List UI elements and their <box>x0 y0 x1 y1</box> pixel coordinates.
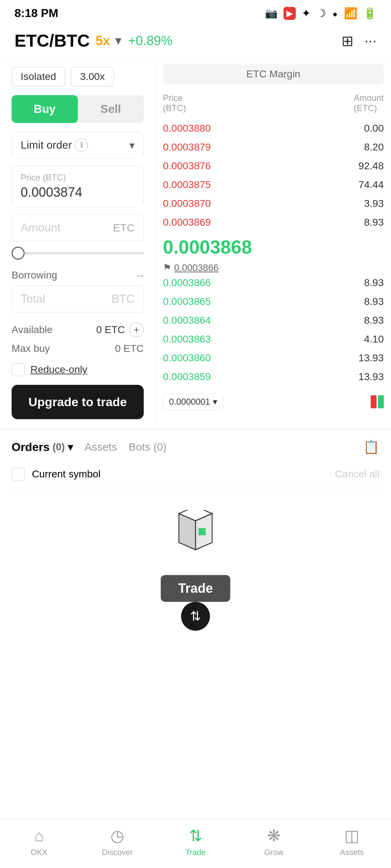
reduce-only-label: Reduce-only <box>30 364 87 375</box>
orders-tabs: Orders (0) ▾ Assets Bots (0) 📋 <box>12 439 379 455</box>
precision-selector[interactable]: 0.0000001 ▾ <box>163 393 223 410</box>
trade-panel: Isolated 3.00x Buy Sell Limit order ℹ ▾ … <box>0 58 156 428</box>
table-row: 0.0003879 8.20 <box>163 138 384 157</box>
nav-label-okx: OKX <box>31 848 47 857</box>
home-icon: ⌂ <box>34 827 44 845</box>
price-value: 0.0003874 <box>21 185 135 200</box>
depth-chart-icon[interactable] <box>371 395 384 408</box>
more-options-icon[interactable]: ··· <box>365 33 377 49</box>
orderbook-headers: Price(BTC) Amount(ETC) <box>163 90 384 116</box>
orders-dropdown-icon[interactable]: ▾ <box>68 441 73 453</box>
price-col-header: Price(BTC) <box>163 93 186 113</box>
sell-amount: 0.00 <box>364 123 384 134</box>
buy-amount: 8.93 <box>364 277 384 289</box>
leverage-badge[interactable]: 3.00x <box>71 67 114 86</box>
order-type-selector[interactable]: Limit order ℹ ▾ <box>12 132 144 158</box>
depth-red-bar <box>371 395 377 408</box>
camera-icon: 📷 <box>265 7 278 19</box>
trade-cube-icon <box>163 510 228 575</box>
orders-settings-icon[interactable]: 📋 <box>363 439 379 455</box>
tab-orders[interactable]: Orders (0) ▾ <box>12 441 73 454</box>
reduce-only-checkbox[interactable] <box>12 363 25 376</box>
table-row: 0.0003876 92.48 <box>163 157 384 175</box>
nav-item-discover[interactable]: ◷ Discover <box>78 819 156 861</box>
trade-popup-label: Trade <box>161 575 230 602</box>
buy-amount: 8.93 <box>364 296 384 307</box>
orders-count: (0) <box>52 441 65 453</box>
flag-icon: ⚑ <box>163 262 171 273</box>
maxbuy-label: Max buy <box>12 343 50 354</box>
amount-currency: ETC <box>113 222 135 234</box>
symbol-label[interactable]: ETC/BTC <box>14 31 90 51</box>
order-type-dropdown-icon[interactable]: ▾ <box>129 139 135 152</box>
precision-value: 0.0000001 <box>169 397 210 407</box>
sell-orders: 0.0003880 0.00 0.0003879 8.20 0.0003876 … <box>163 119 384 232</box>
table-row: 0.0003859 13.93 <box>163 367 384 386</box>
trade-swap-button[interactable]: ⇅ <box>181 602 210 631</box>
badges-row: Isolated 3.00x <box>12 67 144 86</box>
available-value: 0 ETC <box>96 324 125 336</box>
orders-section: Orders (0) ▾ Assets Bots (0) 📋 Current s… <box>0 428 391 647</box>
main-content: Isolated 3.00x Buy Sell Limit order ℹ ▾ … <box>0 58 391 428</box>
nav-item-okx[interactable]: ⌂ OKX <box>0 820 78 861</box>
tab-assets[interactable]: Assets <box>84 441 117 453</box>
buy-price: 0.0003865 <box>163 296 211 307</box>
battery-icon: 🔋 <box>363 7 377 20</box>
etc-margin-badge[interactable]: ETC Margin <box>163 64 384 84</box>
depth-green-bar <box>378 395 384 408</box>
slider-thumb[interactable] <box>12 247 25 260</box>
status-icons: 📷 ▶ ✦ ☽ ⬥ 📶 🔋 <box>265 7 377 20</box>
current-symbol-label: Current symbol <box>32 468 101 480</box>
signal-icon: ⬥ <box>332 8 338 19</box>
chart-icon[interactable]: ⊞ <box>341 33 354 49</box>
upgrade-button[interactable]: Upgrade to trade <box>12 385 144 419</box>
isolated-badge[interactable]: Isolated <box>12 67 65 86</box>
amount-input[interactable]: Amount ETC <box>12 214 144 241</box>
trade-overlay: Trade <box>161 575 230 598</box>
current-symbol-checkbox[interactable] <box>12 468 25 481</box>
precision-dropdown-icon[interactable]: ▾ <box>213 397 217 407</box>
cancel-all-button[interactable]: Cancel all <box>335 468 379 480</box>
bots-label: Bots <box>129 441 150 453</box>
buy-tab[interactable]: Buy <box>12 95 78 123</box>
leverage-label[interactable]: 5x <box>96 33 110 48</box>
bluetooth-icon: ✦ <box>302 7 311 20</box>
empty-state: Trade ⇅ <box>12 510 379 631</box>
trade-icon: ⇅ <box>189 826 202 845</box>
reduce-only-row[interactable]: Reduce-only <box>12 357 144 382</box>
price-change-label: +0.89% <box>128 33 173 48</box>
buy-price: 0.0003864 <box>163 315 211 326</box>
total-input[interactable]: Total BTC <box>12 285 144 312</box>
current-symbol-row: Current symbol Cancel all <box>12 460 379 488</box>
wifi-icon: 📶 <box>344 7 357 20</box>
info-icon[interactable]: ℹ <box>75 139 88 152</box>
table-row: 0.0003860 13.93 <box>163 349 384 367</box>
price-input[interactable]: Price (BTC) 0.0003874 <box>12 166 144 207</box>
bottom-nav: ⌂ OKX ◷ Discover ⇅ Trade ❋ Grow ◫ Assets <box>0 819 391 868</box>
order-type-label: Limit order <box>21 139 72 151</box>
header-actions: ⊞ ··· <box>341 33 377 49</box>
nav-item-assets[interactable]: ◫ Assets <box>313 819 391 861</box>
bots-count: (0) <box>154 441 167 453</box>
nav-item-trade[interactable]: ⇅ Trade <box>156 819 235 861</box>
sell-price: 0.0003869 <box>163 217 211 228</box>
sell-price: 0.0003876 <box>163 160 211 172</box>
table-row: 0.0003869 8.93 <box>163 213 384 232</box>
amount-slider[interactable] <box>12 248 144 258</box>
sell-tab[interactable]: Sell <box>78 95 144 123</box>
amount-placeholder: Amount <box>21 221 60 234</box>
discover-icon: ◷ <box>110 826 124 845</box>
tab-bots[interactable]: Bots (0) <box>129 441 167 453</box>
assets-icon: ◫ <box>344 826 360 845</box>
sell-amount: 8.93 <box>364 217 384 228</box>
buy-orders: 0.0003866 8.93 0.0003865 8.93 0.0003864 … <box>163 273 384 386</box>
video-icon: ▶ <box>283 7 296 20</box>
slider-track[interactable] <box>12 252 144 254</box>
table-row: 0.0003870 3.93 <box>163 194 384 213</box>
sell-price: 0.0003880 <box>163 123 211 134</box>
sell-amount: 92.48 <box>358 160 384 172</box>
add-funds-button[interactable]: + <box>129 323 144 337</box>
dropdown-arrow-icon[interactable]: ▼ <box>113 35 124 47</box>
nav-item-grow[interactable]: ❋ Grow <box>235 819 313 861</box>
buy-amount: 8.93 <box>364 315 384 326</box>
